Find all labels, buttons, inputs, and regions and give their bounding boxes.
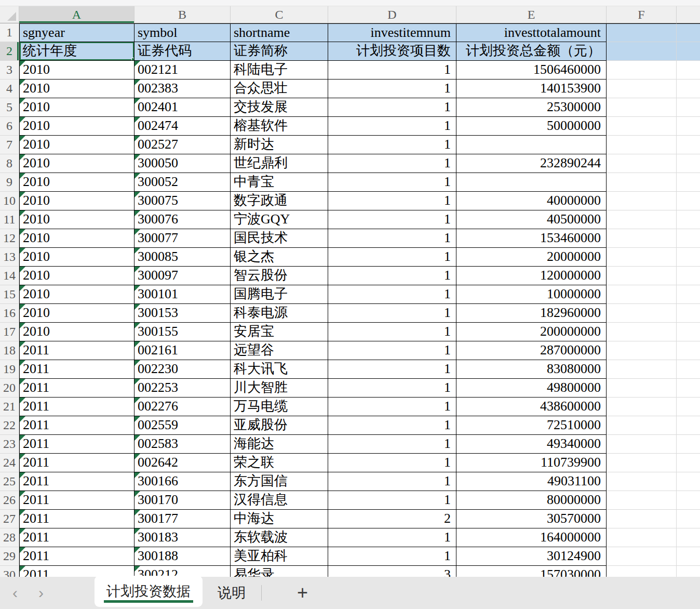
cell-A10[interactable]: 2010 xyxy=(19,192,134,210)
row-header-27[interactable]: 27 xyxy=(0,510,19,528)
cell-F7[interactable] xyxy=(607,136,677,154)
cell-E12[interactable]: 153460000 xyxy=(456,229,607,248)
cell-E4[interactable]: 140153900 xyxy=(456,80,607,98)
row-header-5[interactable]: 5 xyxy=(0,98,19,117)
cell-C3[interactable]: 科陆电子 xyxy=(231,61,328,80)
cell-F15[interactable] xyxy=(607,285,677,304)
row-header-19[interactable]: 19 xyxy=(0,360,19,379)
cell-B22[interactable]: 002559 xyxy=(134,416,231,435)
cell-A8[interactable]: 2010 xyxy=(19,154,134,173)
cell-E22[interactable]: 72510000 xyxy=(456,416,607,435)
cell-B20[interactable]: 002253 xyxy=(134,379,231,398)
cell-A13[interactable]: 2010 xyxy=(19,248,134,267)
cell-E23[interactable]: 49340000 xyxy=(456,435,607,454)
cell-C26[interactable]: 汉得信息 xyxy=(231,491,328,510)
row-header-11[interactable]: 11 xyxy=(0,210,19,229)
cell-F4[interactable] xyxy=(607,80,677,98)
cell-F2[interactable] xyxy=(607,42,677,61)
cell-B4[interactable]: 002383 xyxy=(134,80,231,98)
cell-D14[interactable]: 1 xyxy=(328,267,456,285)
cell-F16[interactable] xyxy=(607,304,677,323)
cell-E8[interactable]: 232890244 xyxy=(456,154,607,173)
row-header-1[interactable]: 1 xyxy=(0,23,19,42)
row-header-18[interactable]: 18 xyxy=(0,341,19,360)
cell-B14[interactable]: 300097 xyxy=(134,267,231,285)
column-header-b[interactable]: B xyxy=(134,6,231,23)
row-header-2[interactable]: 2 xyxy=(0,42,19,61)
cell-A26[interactable]: 2011 xyxy=(19,491,134,510)
cell-B10[interactable]: 300075 xyxy=(134,192,231,210)
cell-C25[interactable]: 东方国信 xyxy=(231,472,328,491)
cell-C22[interactable]: 亚威股份 xyxy=(231,416,328,435)
cell-B13[interactable]: 300085 xyxy=(134,248,231,267)
row-header-13[interactable]: 13 xyxy=(0,248,19,267)
cell-D12[interactable]: 1 xyxy=(328,229,456,248)
cell-F19[interactable] xyxy=(607,360,677,379)
row-header-6[interactable]: 6 xyxy=(0,117,19,136)
cell-E13[interactable]: 20000000 xyxy=(456,248,607,267)
cell-D25[interactable]: 1 xyxy=(328,472,456,491)
cell-B12[interactable]: 300077 xyxy=(134,229,231,248)
column-header-c[interactable]: C xyxy=(231,6,328,23)
cell-D20[interactable]: 1 xyxy=(328,379,456,398)
cell-F6[interactable] xyxy=(607,117,677,136)
cell-B9[interactable]: 300052 xyxy=(134,173,231,192)
cell-D9[interactable]: 1 xyxy=(328,173,456,192)
select-all-corner[interactable] xyxy=(0,6,19,23)
cell-D13[interactable]: 1 xyxy=(328,248,456,267)
cell-E1[interactable]: investtotalamount xyxy=(456,23,607,42)
cell-B30[interactable]: 300212 xyxy=(134,566,231,577)
cell-A22[interactable]: 2011 xyxy=(19,416,134,435)
cell-A12[interactable]: 2010 xyxy=(19,229,134,248)
cell-A4[interactable]: 2010 xyxy=(19,80,134,98)
row-header-15[interactable]: 15 xyxy=(0,285,19,304)
row-header-16[interactable]: 16 xyxy=(0,304,19,323)
cell-B15[interactable]: 300101 xyxy=(134,285,231,304)
cell-D5[interactable]: 1 xyxy=(328,98,456,117)
cell-D1[interactable]: investitemnum xyxy=(328,23,456,42)
cell-A6[interactable]: 2010 xyxy=(19,117,134,136)
row-header-22[interactable]: 22 xyxy=(0,416,19,435)
cell-A30[interactable]: 2011 xyxy=(19,566,134,577)
cell-D19[interactable]: 1 xyxy=(328,360,456,379)
cell-D6[interactable]: 1 xyxy=(328,117,456,136)
cell-C24[interactable]: 荣之联 xyxy=(231,454,328,472)
cell-C30[interactable]: 易华录 xyxy=(231,566,328,577)
cell-F17[interactable] xyxy=(607,323,677,341)
cell-A19[interactable]: 2011 xyxy=(19,360,134,379)
cell-D8[interactable]: 1 xyxy=(328,154,456,173)
cell-C23[interactable]: 海能达 xyxy=(231,435,328,454)
cell-E5[interactable]: 25300000 xyxy=(456,98,607,117)
cell-D30[interactable]: 3 xyxy=(328,566,456,577)
cell-F27[interactable] xyxy=(607,510,677,528)
column-header-a[interactable]: A xyxy=(19,6,134,23)
cell-E20[interactable]: 49800000 xyxy=(456,379,607,398)
cell-D21[interactable]: 1 xyxy=(328,398,456,416)
cell-C7[interactable]: 新时达 xyxy=(231,136,328,154)
cell-F12[interactable] xyxy=(607,229,677,248)
cell-C20[interactable]: 川大智胜 xyxy=(231,379,328,398)
row-header-20[interactable]: 20 xyxy=(0,379,19,398)
cell-C6[interactable]: 榕基软件 xyxy=(231,117,328,136)
cell-C18[interactable]: 远望谷 xyxy=(231,341,328,360)
cell-F30[interactable] xyxy=(607,566,677,577)
cell-D29[interactable]: 1 xyxy=(328,547,456,566)
prev-sheet-arrow-icon[interactable]: ‹ xyxy=(7,585,23,601)
cell-D27[interactable]: 2 xyxy=(328,510,456,528)
cell-E24[interactable]: 110739900 xyxy=(456,454,607,472)
cell-E18[interactable]: 287000000 xyxy=(456,341,607,360)
row-header-9[interactable]: 9 xyxy=(0,173,19,192)
cell-C27[interactable]: 中海达 xyxy=(231,510,328,528)
cell-B26[interactable]: 300170 xyxy=(134,491,231,510)
cell-E9[interactable] xyxy=(456,173,607,192)
cell-D4[interactable]: 1 xyxy=(328,80,456,98)
cell-E10[interactable]: 40000000 xyxy=(456,192,607,210)
cell-F28[interactable] xyxy=(607,528,677,547)
cell-E3[interactable]: 1506460000 xyxy=(456,61,607,80)
cell-D22[interactable]: 1 xyxy=(328,416,456,435)
cell-A29[interactable]: 2011 xyxy=(19,547,134,566)
cell-A28[interactable]: 2011 xyxy=(19,528,134,547)
cell-E2[interactable]: 计划投资总金额（元） xyxy=(456,42,607,61)
cell-F23[interactable] xyxy=(607,435,677,454)
cell-D15[interactable]: 1 xyxy=(328,285,456,304)
